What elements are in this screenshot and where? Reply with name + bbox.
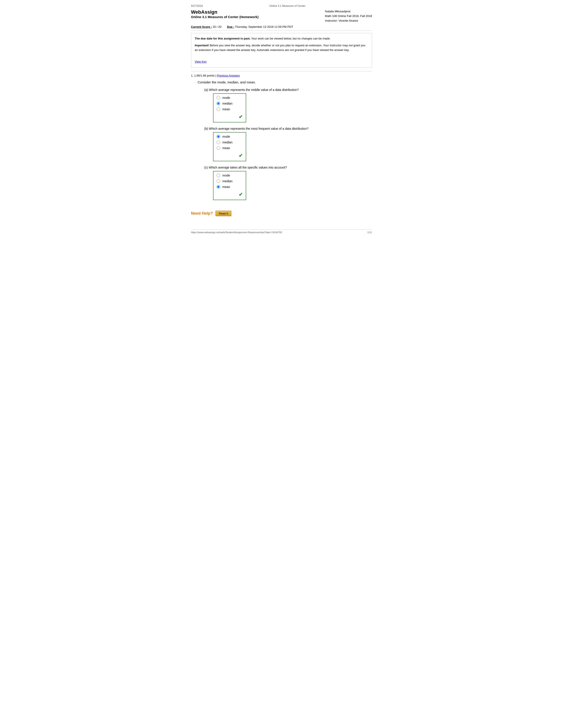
due-value: Thursday, September 13 2018 11:59 PM PDT xyxy=(235,25,293,28)
part-c-radio-mean[interactable] xyxy=(216,185,220,189)
course-info: Math 108 Online Fall 2018, Fall 2018 xyxy=(325,14,372,19)
part-a-label: (a) Which average represents the middle … xyxy=(204,88,372,92)
part-b-option-mean[interactable]: mean xyxy=(216,146,242,150)
part-a-option-median[interactable]: median xyxy=(216,102,242,105)
read-it-button[interactable]: Read It xyxy=(215,211,231,216)
important-rest: Before you view the answer key, decide w… xyxy=(210,44,349,47)
part-b-checkmark: ✔ xyxy=(239,153,242,159)
header-right: Natalia Milosavljevic Math 108 Online Fa… xyxy=(325,9,372,23)
part-b-answer-box: mode median mean ✔ xyxy=(213,132,246,161)
part-c-label: (c) Which average takes all the specific… xyxy=(204,166,372,169)
view-key-link[interactable]: View Key xyxy=(195,60,207,63)
part-a-checkmark-row: ✔ xyxy=(216,113,242,120)
important-bold: Important! xyxy=(195,44,209,47)
part-b-label: (b) Which average represents the most fr… xyxy=(204,127,372,130)
due-notice-rest: Your work can be viewed below, but no ch… xyxy=(251,37,331,40)
part-c-mean-label: mean xyxy=(222,185,230,189)
need-help-section: Need Help? Read It xyxy=(191,211,372,216)
question-intro: Consider the mode, median, and mean. xyxy=(197,80,372,84)
part-a-option-mode[interactable]: mode xyxy=(216,96,242,99)
part-b-median-label: median xyxy=(222,141,232,144)
part-a-radio-mode[interactable] xyxy=(216,96,220,99)
part-c-median-label: median xyxy=(222,179,232,183)
need-help-label: Need Help? xyxy=(191,211,213,216)
part-b-mode-label: mode xyxy=(222,135,230,138)
question-number: 1. xyxy=(191,74,193,77)
part-c-radio-median[interactable] xyxy=(216,179,220,183)
part-b-radio-mode[interactable] xyxy=(216,135,220,138)
part-c-option-mode[interactable]: mode xyxy=(216,174,242,177)
part-a-radio-median[interactable] xyxy=(216,102,220,105)
top-bar-date: 9/27/2018 xyxy=(191,4,203,8)
part-c-option-mean[interactable]: mean xyxy=(216,185,242,189)
part-a-mode-label: mode xyxy=(222,96,230,99)
important-notice: Important! Before you view the answer ke… xyxy=(195,43,368,53)
notice-box: The due date for this assignment is past… xyxy=(191,33,372,68)
important-not: not xyxy=(349,44,353,47)
part-a-radio-mean[interactable] xyxy=(216,107,220,111)
part-a-median-label: median xyxy=(222,102,232,105)
previous-answers-link[interactable]: Previous Answers xyxy=(217,74,240,77)
question-header: 1. 1.66/1.66 points | Previous Answers xyxy=(191,74,372,77)
assignment-title: Online 3.1 Measures of Center (Homework) xyxy=(191,15,258,19)
score-value: 20 / 20 xyxy=(212,25,221,28)
part-a-answer-box: mode median mean ✔ xyxy=(213,93,246,122)
part-c-radio-mode[interactable] xyxy=(216,174,220,177)
part-b-checkmark-row: ✔ xyxy=(216,152,242,159)
part-a-checkmark: ✔ xyxy=(239,114,242,120)
score-label: Current Score : xyxy=(191,25,212,28)
footer-page: 1/11 xyxy=(368,231,372,234)
part-b-option-median[interactable]: median xyxy=(216,141,242,144)
question-points: 1.66/1.66 points xyxy=(194,74,214,77)
due-label: Due : xyxy=(227,25,234,28)
top-bar: 9/27/2018 Online 3.1 Measures of Center xyxy=(191,4,372,8)
part-b-radio-mean[interactable] xyxy=(216,146,220,150)
divider xyxy=(191,71,372,71)
top-bar-title: Online 3.1 Measures of Center xyxy=(269,4,305,8)
part-c-mode-label: mode xyxy=(222,174,230,177)
part-a-mean-label: mean xyxy=(222,107,230,111)
part-b-radio-median[interactable] xyxy=(216,141,220,144)
header-section: WebAssign Online 3.1 Measures of Center … xyxy=(191,9,372,23)
part-a-option-mean[interactable]: mean xyxy=(216,107,242,111)
instructor-info: Instructor: Vicente Alvarez xyxy=(325,19,372,23)
part-c-answer-box: mode median mean ✔ xyxy=(213,171,246,200)
part-c-checkmark-row: ✔ xyxy=(216,191,242,197)
part-c-option-median[interactable]: median xyxy=(216,179,242,183)
question-separator: | xyxy=(215,74,216,77)
due-notice: The due date for this assignment is past… xyxy=(195,36,368,41)
footer-bar: https://www.webassign.net/web/Student/As… xyxy=(191,229,372,234)
header-left: WebAssign Online 3.1 Measures of Center … xyxy=(191,9,258,19)
due-notice-bold: The due date for this assignment is past… xyxy=(195,37,250,40)
footer-url[interactable]: https://www.webassign.net/web/Student/As… xyxy=(191,231,282,234)
part-b-mean-label: mean xyxy=(222,146,230,150)
app-name: WebAssign xyxy=(191,9,258,15)
part-b-option-mode[interactable]: mode xyxy=(216,135,242,138)
score-line: Current Score : 20 / 20 Due : Thursday, … xyxy=(191,25,372,30)
part-c-checkmark: ✔ xyxy=(239,192,242,197)
student-name: Natalia Milosavljevic xyxy=(325,9,372,14)
